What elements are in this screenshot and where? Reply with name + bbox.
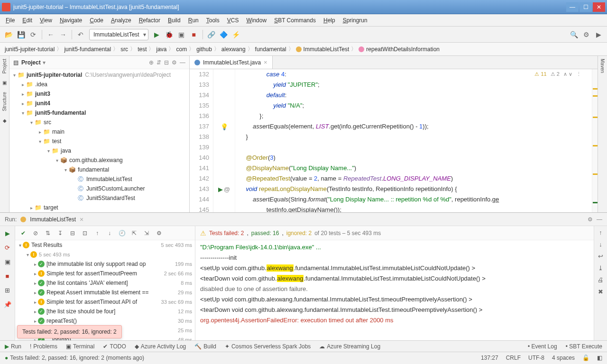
bottom-tab-terminal[interactable]: ▣ Terminal [66, 343, 94, 350]
tree-node[interactable]: ▾📁src [9, 118, 189, 127]
bottom-tab-cosmos-serverless-spark-jobs[interactable]: ✦ Cosmos Serverless Spark Jobs [225, 343, 311, 350]
line-separator[interactable]: CRLF [506, 355, 521, 361]
run-config-select[interactable]: ImmutableListTest [89, 29, 148, 40]
window-maximize-button[interactable]: ☐ [579, 2, 592, 12]
search-icon[interactable]: 🔍 [568, 29, 579, 40]
file-encoding[interactable]: UTF-8 [528, 355, 544, 361]
menu-refactor[interactable]: Refactor [135, 17, 164, 24]
structure-toolwindow-tab[interactable]: Structure [2, 92, 7, 111]
tree-node[interactable]: ▸📁target [9, 203, 189, 212]
bottom-tab-problems[interactable]: ! Problems [30, 343, 57, 350]
scroll-up-icon[interactable]: ↑ [599, 229, 602, 236]
forward-icon[interactable]: → [57, 29, 69, 40]
gear-icon[interactable]: ⚙ [172, 59, 177, 66]
crumb[interactable]: alexwang [212, 45, 246, 53]
tree-node[interactable]: ▸📁.idea [9, 80, 189, 89]
readonly-icon[interactable]: 🔓 [582, 355, 589, 361]
menu-sbt-commands[interactable]: SBT Commands [270, 17, 320, 24]
test-row[interactable]: ▸Simple test for assertTimeout API of33 … [15, 297, 195, 307]
test-row[interactable]: ▸✓repeatTest()30 ms [15, 316, 195, 326]
menu-build[interactable]: Build [164, 17, 184, 24]
attach-button[interactable]: 🔗 [206, 29, 217, 40]
crumb-method[interactable]: repeatWithDetailsInformation [349, 45, 440, 53]
crumb[interactable]: java [147, 45, 166, 53]
test-row[interactable]: ▾Test Results5 sec 493 ms [15, 240, 195, 250]
crumb[interactable]: junit5-jupiter-tutorial [5, 46, 55, 53]
bottom-tab-azure-streaming-log[interactable]: ☁ Azure Streaming Log [319, 343, 380, 350]
collapse-icon[interactable]: ⊡ [80, 228, 90, 238]
crumb[interactable]: github [187, 45, 212, 53]
run-gutter[interactable]: 💡▶@ [213, 69, 235, 212]
run-button[interactable]: ▶ [151, 29, 163, 40]
test-row[interactable]: ▸✓[the list contains 'JAVA' element]8 ms [15, 278, 195, 288]
scroll-down-icon[interactable]: ↓ [599, 241, 602, 248]
soft-wrap-icon[interactable]: ↩ [598, 253, 603, 260]
crumb-class[interactable]: ImmutableListTest [286, 45, 349, 53]
tree-node[interactable]: ▾📦fundamental [9, 165, 189, 174]
code-editor[interactable]: case 4: yield "JUPITER"; default: yield … [235, 69, 592, 212]
crumb[interactable]: fundamental [246, 45, 286, 53]
settings-icon[interactable]: ⚙ [580, 29, 592, 40]
crumb[interactable]: src [111, 45, 128, 53]
bottom-tab-azure-activity-log[interactable]: ◆ Azure Activity Log [135, 343, 186, 350]
bottom-tab-todo[interactable]: ✔ TODO [103, 343, 126, 350]
bottom-tab-sbt-execute[interactable]: • SBT Execute [566, 343, 602, 350]
tree-node[interactable]: ▾📁test [9, 136, 189, 146]
run-console[interactable]: "D:\Program Files\jdk-14.0.1\bin\java.ex… [195, 240, 594, 340]
error-stripe[interactable] [592, 69, 598, 212]
editor-inspection-badges[interactable]: ⚠ 11 ⚠ 2 ∧ ∨ ⋮ [534, 71, 581, 77]
collapse-all-icon[interactable]: ⊟ [164, 59, 169, 66]
next-icon[interactable]: ▶ [593, 29, 604, 40]
menu-file[interactable]: File [2, 17, 18, 24]
test-row[interactable]: ▸Simple test for assertTimeoutPreem2 sec… [15, 269, 195, 278]
import-icon[interactable]: ⇱ [129, 228, 139, 238]
test-row[interactable]: ▸✓Repeat Assert immutable list element =… [15, 288, 195, 297]
tree-node[interactable]: ⒸJunit5CustomLauncher [9, 184, 189, 193]
show-passed-icon[interactable]: ✔ [18, 228, 28, 238]
test-row[interactable]: ▸✓[the list size should be four]12 ms [15, 307, 195, 316]
stop-run-button[interactable]: ■ [2, 271, 13, 281]
crumb[interactable]: test [128, 45, 147, 53]
scroll-to-end-icon[interactable]: ⤓ [598, 264, 603, 272]
hide-icon[interactable]: — [180, 59, 185, 66]
menu-run[interactable]: Run [184, 17, 202, 24]
project-header-label[interactable]: Project [21, 59, 41, 66]
print-icon[interactable]: 🖨 [598, 276, 604, 283]
coverage-button[interactable]: ▣ [176, 29, 187, 40]
menu-vcs[interactable]: VCS [223, 17, 243, 24]
export-icon[interactable]: ⇲ [141, 228, 152, 238]
tree-node[interactable]: ▸📁junit3 [9, 89, 189, 99]
menu-navigate[interactable]: Navigate [56, 17, 86, 24]
window-minimize-button[interactable]: — [566, 2, 579, 12]
azure-button[interactable]: 🔷 [218, 29, 230, 40]
back-icon[interactable]: ← [45, 29, 56, 40]
maven-toolwindow-tab[interactable]: Maven [600, 59, 605, 73]
rerun-failed-button[interactable]: ⟳ [2, 242, 13, 253]
menu-view[interactable]: View [36, 17, 56, 24]
bottom-tab-event-log[interactable]: • Event Log [528, 343, 557, 350]
notif-icon[interactable]: ◧ [597, 355, 602, 361]
open-icon[interactable]: 📂 [3, 29, 14, 40]
menu-help[interactable]: Help [320, 17, 339, 24]
crumb[interactable]: com [166, 45, 187, 53]
tree-node[interactable]: ▾📁junit5-fundamental [9, 108, 189, 118]
indent-setting[interactable]: 4 spaces [552, 355, 575, 361]
caret-position[interactable]: 137:27 [481, 355, 498, 361]
tree-node[interactable]: ⒸJunit5StandardTest [9, 193, 189, 203]
pin-button[interactable]: 📌 [2, 299, 13, 309]
menu-springrun[interactable]: Springrun [339, 17, 371, 24]
menu-edit[interactable]: Edit [18, 17, 36, 24]
show-ignored-icon[interactable]: ⊘ [30, 228, 41, 238]
tree-node[interactable]: ▸📁main [9, 127, 189, 136]
layout-button[interactable]: ⊞ [2, 285, 13, 295]
spark-button[interactable]: ⚡ [230, 29, 242, 40]
expand-all-icon[interactable]: ⇵ [156, 59, 161, 66]
project-toolwindow-tab[interactable]: Project [2, 59, 7, 73]
history-icon[interactable]: 🕘 [117, 228, 127, 238]
menu-tools[interactable]: Tools [202, 17, 223, 24]
sort-icon[interactable]: ⇅ [43, 228, 53, 238]
debug-button[interactable]: 🐞 [164, 29, 175, 40]
save-icon[interactable]: 💾 [15, 29, 27, 40]
tree-node[interactable]: ▾📁java [9, 146, 189, 155]
close-run-tab-icon[interactable]: × [80, 216, 83, 223]
